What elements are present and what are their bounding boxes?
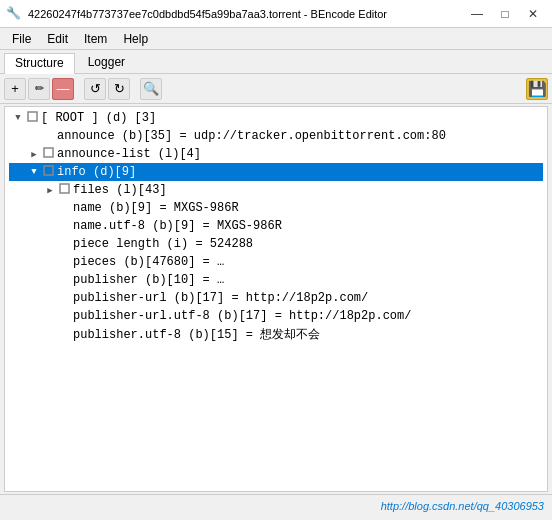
node-label: pieces (b)[47680] = … bbox=[73, 255, 224, 269]
node-label: announce-list (l)[4] bbox=[57, 147, 201, 161]
tab-bar: Structure Logger bbox=[0, 50, 552, 74]
tree-row[interactable]: ▼[ ROOT ] (d) [3] bbox=[9, 109, 543, 127]
expand-icon[interactable]: ▶ bbox=[43, 185, 57, 196]
node-label: publisher-url.utf-8 (b)[17] = http://18p… bbox=[73, 309, 411, 323]
expand-icon[interactable]: ▶ bbox=[27, 149, 41, 160]
search-button[interactable]: 🔍 bbox=[140, 78, 162, 100]
tab-logger[interactable]: Logger bbox=[77, 52, 136, 73]
tree-row[interactable]: ▼info (d)[9] bbox=[9, 163, 543, 181]
menu-bar: File Edit Item Help bbox=[0, 28, 552, 50]
undo-button[interactable]: ↺ bbox=[84, 78, 106, 100]
tree-row[interactable]: publisher-url (b)[17] = http://18p2p.com… bbox=[9, 289, 543, 307]
node-label: name.utf-8 (b)[9] = MXGS-986R bbox=[73, 219, 282, 233]
node-label: publisher (b)[10] = … bbox=[73, 273, 224, 287]
node-label: announce (b)[35] = udp://tracker.openbit… bbox=[57, 129, 446, 143]
menu-item[interactable]: Item bbox=[76, 30, 115, 47]
node-label: [ ROOT ] (d) [3] bbox=[41, 111, 156, 125]
delete-button[interactable]: — bbox=[52, 78, 74, 100]
status-bar: http://blog.csdn.net/qq_40306953 bbox=[0, 494, 552, 516]
redo-button[interactable]: ↻ bbox=[108, 78, 130, 100]
svg-rect-2 bbox=[44, 166, 53, 175]
add-button[interactable]: + bbox=[4, 78, 26, 100]
dict-icon bbox=[41, 147, 55, 161]
node-label: info (d)[9] bbox=[57, 165, 136, 179]
collapse-icon[interactable]: ▼ bbox=[27, 167, 41, 177]
tree-row[interactable]: pieces (b)[47680] = … bbox=[9, 253, 543, 271]
svg-rect-0 bbox=[28, 112, 37, 121]
svg-rect-3 bbox=[60, 184, 69, 193]
dict-icon bbox=[25, 111, 39, 125]
tree-row[interactable]: publisher (b)[10] = … bbox=[9, 271, 543, 289]
tree-row[interactable]: piece length (i) = 524288 bbox=[9, 235, 543, 253]
tree-row[interactable]: name (b)[9] = MXGS-986R bbox=[9, 199, 543, 217]
tree-row[interactable]: announce (b)[35] = udp://tracker.openbit… bbox=[9, 127, 543, 145]
tab-structure[interactable]: Structure bbox=[4, 53, 75, 74]
toolbar: + ✏ — ↺ ↻ 🔍 💾 bbox=[0, 74, 552, 104]
node-label: files (l)[43] bbox=[73, 183, 167, 197]
tree-container[interactable]: ▼[ ROOT ] (d) [3]announce (b)[35] = udp:… bbox=[4, 106, 548, 492]
window-title: 42260247f4b773737ee7c0dbdbd54f5a99ba7aa3… bbox=[28, 8, 387, 20]
menu-edit[interactable]: Edit bbox=[39, 30, 76, 47]
tree-row[interactable]: publisher-url.utf-8 (b)[17] = http://18p… bbox=[9, 307, 543, 325]
node-label: name (b)[9] = MXGS-986R bbox=[73, 201, 239, 215]
app-icon: 🔧 bbox=[6, 6, 22, 22]
minimize-button[interactable]: — bbox=[464, 4, 490, 24]
dict-icon bbox=[41, 165, 55, 179]
tree-row[interactable]: ▶files (l)[43] bbox=[9, 181, 543, 199]
tree-row[interactable]: publisher.utf-8 (b)[15] = 想发却不会 bbox=[9, 325, 543, 343]
collapse-icon[interactable]: ▼ bbox=[11, 113, 25, 123]
maximize-button[interactable]: □ bbox=[492, 4, 518, 24]
svg-rect-1 bbox=[44, 148, 53, 157]
status-text: http://blog.csdn.net/qq_40306953 bbox=[381, 500, 544, 512]
edit-button[interactable]: ✏ bbox=[28, 78, 50, 100]
menu-help[interactable]: Help bbox=[115, 30, 156, 47]
close-button[interactable]: ✕ bbox=[520, 4, 546, 24]
save-button[interactable]: 💾 bbox=[526, 78, 548, 100]
node-label: publisher.utf-8 (b)[15] = 想发却不会 bbox=[73, 326, 320, 343]
tree-row[interactable]: ▶announce-list (l)[4] bbox=[9, 145, 543, 163]
node-label: publisher-url (b)[17] = http://18p2p.com… bbox=[73, 291, 368, 305]
menu-file[interactable]: File bbox=[4, 30, 39, 47]
dict-icon bbox=[57, 183, 71, 197]
node-label: piece length (i) = 524288 bbox=[73, 237, 253, 251]
title-bar: 🔧 42260247f4b773737ee7c0dbdbd54f5a99ba7a… bbox=[0, 0, 552, 28]
tree-row[interactable]: name.utf-8 (b)[9] = MXGS-986R bbox=[9, 217, 543, 235]
